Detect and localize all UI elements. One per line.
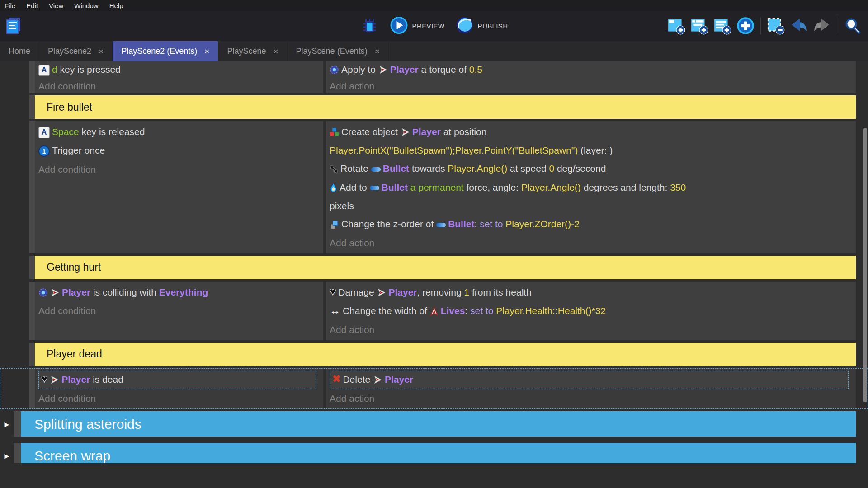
preview-icon — [390, 16, 408, 36]
tab-label: PlayScene — [227, 47, 266, 56]
comment-text[interactable]: Getting hurt — [35, 256, 856, 279]
conditions-cell: ASpace key is released1Trigger onceAdd c… — [35, 121, 323, 253]
action[interactable]: Change the z-order of Bullet: set to Pla… — [330, 215, 853, 234]
group-title[interactable]: Splitting asteroids — [21, 411, 856, 437]
event-drag-handle[interactable] — [29, 368, 35, 409]
publish-button[interactable]: PUBLISH — [455, 16, 508, 36]
menu-view[interactable]: View — [49, 2, 63, 9]
events-sheet-icon — [5, 16, 24, 35]
toolbar: PREVIEW PUBLISH — [0, 11, 868, 41]
add-condition-button[interactable]: Add condition — [38, 389, 321, 408]
tab-playscene2[interactable]: PlayScene2× — [39, 41, 113, 61]
collapse-arrow-icon[interactable]: ▶ — [0, 443, 14, 463]
event-drag-handle[interactable] — [29, 95, 35, 119]
condition[interactable]: ASpace key is released — [38, 123, 321, 141]
comment-row[interactable]: Getting hurt — [0, 256, 868, 279]
add-action-button[interactable]: Add action — [330, 321, 853, 339]
vertical-scrollbar[interactable] — [863, 128, 867, 402]
event-row[interactable]: Player is colliding with EverythingAdd c… — [0, 282, 868, 340]
delete-selection-icon[interactable] — [766, 16, 785, 35]
condition[interactable]: 1Trigger once — [38, 141, 321, 160]
event-row[interactable]: ♥Player is deadAdd condition✖Delete Play… — [0, 368, 868, 409]
bullet-icon — [436, 215, 446, 233]
event-drag-handle[interactable] — [29, 61, 35, 93]
action[interactable]: Apply to Player a torque of 0.5 — [330, 61, 853, 78]
close-icon[interactable]: × — [273, 47, 278, 56]
tab-playscene2-events[interactable]: PlayScene2 (Events)× — [113, 41, 218, 61]
conditions-cell: Player is colliding with EverythingAdd c… — [35, 282, 323, 340]
conditions-cell: Ad key is pressedAdd condition — [35, 61, 323, 93]
action[interactable]: ✖Delete Player — [330, 371, 849, 389]
tab-playscene-events[interactable]: PlayScene (Events)× — [288, 41, 389, 61]
bullet-icon — [371, 160, 381, 178]
collapse-arrow-icon[interactable]: ▶ — [0, 411, 14, 437]
player-icon — [50, 283, 60, 301]
tab-label: PlayScene2 (Events) — [121, 47, 197, 56]
undo-icon[interactable] — [789, 16, 808, 35]
add-comment-icon[interactable] — [713, 16, 732, 35]
action[interactable]: Add to Bullet a permanent force, angle: … — [330, 178, 853, 215]
comment-row[interactable]: Player dead — [0, 343, 868, 366]
debug-icon[interactable] — [360, 16, 379, 35]
toolbar-separator — [837, 17, 837, 34]
action[interactable]: ↔Change the width of Lives: set to Playe… — [330, 302, 853, 320]
add-condition-button[interactable]: Add condition — [38, 302, 321, 320]
menu-bar: FileEditViewWindowHelp — [0, 0, 868, 11]
group-row[interactable]: ▶Splitting asteroids — [0, 411, 868, 437]
width-icon: ↔ — [330, 302, 340, 320]
conditions-cell: ♥Player is deadAdd condition — [35, 368, 323, 409]
menu-edit[interactable]: Edit — [26, 2, 38, 9]
preview-button[interactable]: PREVIEW — [390, 16, 445, 36]
event-row[interactable]: Ad key is pressedAdd conditionApply to P… — [0, 61, 868, 93]
menu-help[interactable]: Help — [109, 2, 123, 9]
event-drag-handle[interactable] — [29, 343, 35, 366]
publish-label: PUBLISH — [477, 22, 508, 30]
add-subevent-icon[interactable] — [690, 16, 709, 35]
action[interactable]: ♥Damage Player, removing 1 from its heal… — [330, 283, 853, 302]
search-icon[interactable] — [843, 16, 862, 35]
comment-text[interactable]: Fire bullet — [35, 95, 856, 119]
menu-window[interactable]: Window — [74, 2, 98, 9]
event-drag-handle[interactable] — [14, 411, 21, 437]
add-action-button[interactable]: Add action — [330, 78, 853, 93]
events-sheet: Ad key is pressedAdd conditionApply to P… — [0, 61, 868, 463]
action[interactable]: Rotate Bullet towards Player.Angle() at … — [330, 160, 853, 178]
tab-home[interactable]: Home — [0, 41, 39, 61]
condition[interactable]: Player is colliding with Everything — [38, 283, 321, 302]
event-drag-handle[interactable] — [29, 121, 35, 253]
player-icon — [373, 371, 382, 388]
add-condition-button[interactable]: Add condition — [38, 78, 321, 93]
actions-cell: Create object Player at position Player.… — [326, 121, 856, 253]
action[interactable]: Create object Player at position Player.… — [330, 123, 853, 160]
add-action-button[interactable]: Add action — [330, 234, 853, 252]
tab-label: PlayScene (Events) — [296, 47, 368, 56]
tab-label: Home — [9, 47, 30, 56]
comment-text[interactable]: Player dead — [35, 343, 856, 366]
rotate-icon — [330, 160, 338, 178]
close-icon[interactable]: × — [204, 47, 209, 56]
menu-file[interactable]: File — [5, 2, 15, 9]
add-event-icon[interactable] — [667, 16, 686, 35]
condition[interactable]: Ad key is pressed — [38, 61, 321, 78]
delete-icon: ✖ — [332, 371, 340, 388]
close-icon[interactable]: × — [375, 47, 380, 56]
lives-icon — [430, 302, 439, 320]
add-condition-button[interactable]: Add condition — [38, 160, 321, 178]
player-icon — [401, 122, 410, 141]
event-drag-handle[interactable] — [29, 282, 35, 340]
add-action-button[interactable]: Add action — [330, 389, 853, 408]
event-drag-handle[interactable] — [14, 443, 21, 463]
tab-playscene[interactable]: PlayScene× — [218, 41, 287, 61]
event-drag-handle[interactable] — [29, 256, 35, 279]
close-icon[interactable]: × — [99, 47, 104, 56]
actions-cell: ✖Delete PlayerAdd action — [326, 368, 856, 409]
redo-icon — [812, 16, 831, 35]
create-icon — [330, 122, 339, 141]
condition[interactable]: ♥Player is dead — [38, 371, 316, 389]
group-row[interactable]: ▶Screen wrap — [0, 443, 868, 463]
comment-row[interactable]: Fire bullet — [0, 95, 868, 119]
zorder-icon — [330, 215, 339, 233]
group-title[interactable]: Screen wrap — [21, 443, 856, 463]
event-row[interactable]: ASpace key is released1Trigger onceAdd c… — [0, 121, 868, 253]
add-circle-icon[interactable] — [736, 16, 755, 35]
